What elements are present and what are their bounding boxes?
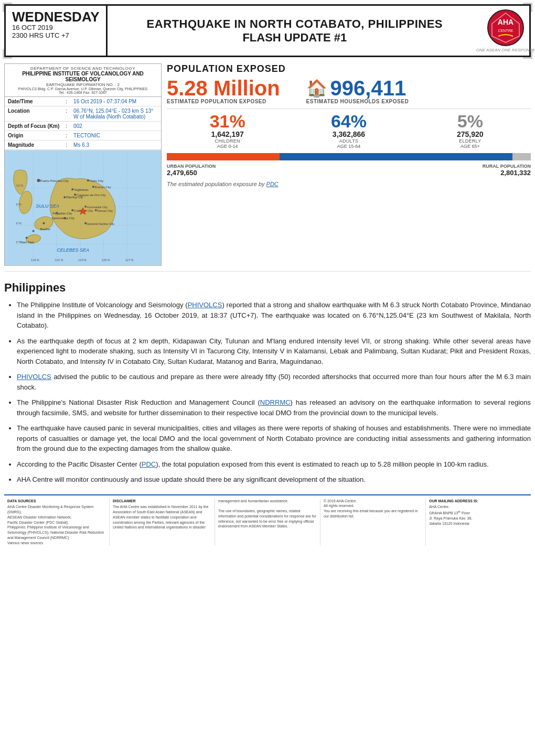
- header-title-line2: FLASH UPDATE #1: [242, 31, 347, 45]
- footer-disclaimer-text: The AHA Centre was established in Novemb…: [113, 504, 211, 530]
- list-item: AHA Centre will monitor continuously and…: [17, 474, 531, 485]
- progress-bar-adults: [280, 153, 512, 160]
- adults-pct: 64%: [288, 112, 409, 130]
- svg-text:121°E: 121°E: [55, 258, 63, 262]
- svg-text:Cagayan de Oro City: Cagayan de Oro City: [77, 193, 106, 197]
- svg-point-25: [95, 209, 97, 211]
- elderly-num: 275,920: [410, 130, 531, 138]
- pop-main-numbers: 5.28 Million ESTIMATED POPULATION EXPOSE…: [167, 78, 531, 104]
- main-content: DEPARTMENT OF SCIENCE AND TECHNOLOGY PHI…: [4, 63, 531, 266]
- footer-copyright-text: © 2019 AHA Centre.All rights reserved.Yo…: [324, 499, 422, 519]
- pop-estimated-block: 5.28 Million ESTIMATED POPULATION EXPOSE…: [167, 78, 280, 104]
- header-title-line1: EARTHQUAKE IN NORTH COTABATO, PHILIPPINE…: [147, 17, 443, 31]
- svg-text:AHA: AHA: [498, 18, 513, 26]
- children-age: AGE 0-14: [167, 144, 288, 149]
- svg-point-11: [87, 179, 89, 181]
- svg-point-36: [26, 237, 28, 239]
- svg-text:Tawi-Tawi: Tawi-Tawi: [20, 241, 34, 244]
- phivolcs-link-2[interactable]: PHIVOLCS: [17, 373, 51, 381]
- children-col: 31% 1,642,197 CHILDREN AGE 0-14: [167, 112, 288, 149]
- svg-text:6°N: 6°N: [16, 222, 22, 225]
- earthquake-info-table: Date/Time : 16 Oct 2019 - 07:37:04 PM Lo…: [5, 97, 161, 150]
- svg-text:Tagbilaran: Tagbilaran: [74, 188, 88, 191]
- svg-point-0: [488, 10, 523, 46]
- footer-management-text: management and humanitarian assistance.T…: [218, 499, 317, 530]
- field-value: Ms 6.3: [70, 141, 161, 150]
- svg-text:Davao City: Davao City: [98, 209, 113, 212]
- list-item: PHIVOLCS advised the public to be cautio…: [17, 372, 531, 392]
- table-row: Magnitude : Ms 6.3: [5, 141, 161, 150]
- svg-text:127°E: 127°E: [125, 258, 133, 262]
- progress-bar-elderly: [512, 153, 531, 160]
- pdc-note-text: The estimated population exposure by: [167, 181, 266, 187]
- table-row: Location : 06.76°N, 125.04°E - 023 km S …: [5, 106, 161, 122]
- page-header: WEDNESDAY 16 OCT 2019 2300 HRS UTC +7 EA…: [4, 4, 531, 57]
- field-value-location: 06.76°N, 125.04°E - 023 km S 13° W of Ma…: [70, 106, 161, 122]
- pdc-link[interactable]: PDC: [266, 181, 279, 187]
- svg-point-13: [71, 188, 73, 190]
- svg-text:General Santos City: General Santos City: [87, 222, 114, 225]
- header-title-block: EARTHQUAKE IN NORTH COTABATO, PHILIPPINE…: [108, 6, 482, 56]
- footer-address-title: Our mailing address is:: [429, 499, 528, 504]
- list-item: The Philippine's National Disaster Risk …: [17, 397, 531, 418]
- svg-text:Koronadal City: Koronadal City: [87, 206, 108, 209]
- phivolcs-address: PHIVOLCS Bldg. C.P. Garcia Avenue, U.P. …: [8, 87, 158, 91]
- footer-datasources-text: AHA Centre Disaster Monitoring & Respons…: [7, 504, 106, 545]
- house-icon: 🏠: [306, 78, 327, 98]
- age-groups-row: 31% 1,642,197 CHILDREN AGE 0-14 64% 3,36…: [167, 112, 531, 149]
- population-title: POPULATION EXPOSED: [167, 63, 531, 74]
- svg-text:SULU SEA: SULU SEA: [36, 203, 59, 209]
- adults-label: ADULTS: [288, 138, 409, 144]
- list-item: As the earthquake depth of focus at 2 km…: [17, 336, 531, 367]
- adults-age: AGE 15-64: [288, 144, 409, 149]
- rural-num: 2,801,332: [349, 169, 531, 177]
- svg-text:Zamboanga City: Zamboanga City: [51, 217, 74, 220]
- field-value: 16 Oct 2019 - 07:37:04 PM: [70, 97, 161, 106]
- table-row: Origin : TECTONIC: [5, 131, 161, 141]
- pop-households-label: ESTIMATED HOUSEHOLDS EXPOSED: [306, 99, 409, 104]
- pdc-body-link[interactable]: PDC: [142, 460, 156, 468]
- pdc-note: The estimated population exposure by PDC: [167, 181, 531, 187]
- svg-point-19: [74, 193, 76, 196]
- elderly-pct: 5%: [410, 112, 531, 130]
- elderly-age: AGE 65+: [410, 144, 531, 149]
- svg-text:8°N: 8°N: [16, 203, 22, 206]
- adults-col: 64% 3,362,866 ADULTS AGE 15-64: [288, 112, 409, 149]
- svg-point-17: [63, 196, 66, 198]
- pop-estimated-label: ESTIMATED POPULATION EXPOSED: [167, 99, 280, 104]
- svg-text:119°E: 119°E: [31, 258, 39, 262]
- children-pct: 31%: [167, 112, 288, 130]
- elderly-col: 5% 275,920 ELDERLY AGE 65+: [410, 112, 531, 149]
- footer-col-management: management and humanitarian assistance.T…: [215, 499, 320, 546]
- section-divider: [4, 271, 531, 272]
- phivolcs-header: DEPARTMENT OF SCIENCE AND TECHNOLOGY PHI…: [5, 64, 161, 97]
- pop-estimated-number: 5.28 Million: [167, 78, 280, 99]
- pop-households-block: 🏠 996,411 ESTIMATED HOUSEHOLDS EXPOSED: [306, 78, 409, 104]
- children-num: 1,642,197: [167, 130, 288, 138]
- phivolcs-link[interactable]: PHIVOLCS: [188, 301, 222, 309]
- field-label: Magnitude: [5, 141, 62, 150]
- ndrrmc-link[interactable]: NDRRMC: [260, 398, 291, 406]
- population-divider: [167, 109, 531, 109]
- list-item: According to the Pacific Disaster Center…: [17, 459, 531, 470]
- field-label: Depth of Focus (Km): [5, 122, 62, 131]
- header-logo-block: AHA CENTRE ONE ASEAN ONE RESPONSE: [482, 6, 529, 56]
- header-day: WEDNESDAY: [12, 10, 100, 24]
- header-time: 2300 HRS UTC +7: [12, 31, 100, 39]
- svg-text:5°N: 5°N: [16, 241, 22, 244]
- svg-point-33: [43, 222, 45, 224]
- footer-col-copyright: © 2019 AHA Centre.All rights reserved.Yo…: [320, 499, 426, 546]
- svg-text:Butuan City: Butuan City: [95, 186, 111, 189]
- footer-datasources-title: DATA SOURCES: [7, 499, 106, 504]
- earthquake-map: SULU SEA CELEBES SEA Puerto Princesa Cit…: [5, 150, 161, 265]
- urban-col: URBAN POPULATION 2,479,650: [167, 164, 349, 177]
- footer: DATA SOURCES AHA Centre Disaster Monitor…: [4, 494, 531, 551]
- population-progress-bar: [167, 153, 531, 160]
- footer-col-address: Our mailing address is: AHA Centre.GRAHA…: [426, 499, 531, 546]
- section-title: Philippines: [4, 281, 531, 295]
- footer-col-disclaimer: DISCLAIMER The AHA Centre was establishe…: [110, 499, 215, 546]
- phivolcs-panel: DEPARTMENT OF SCIENCE AND TECHNOLOGY PHI…: [4, 63, 162, 266]
- footer-disclaimer-title: DISCLAIMER: [113, 499, 211, 504]
- urban-label: URBAN POPULATION: [167, 164, 349, 169]
- elderly-label: ELDERLY: [410, 138, 531, 144]
